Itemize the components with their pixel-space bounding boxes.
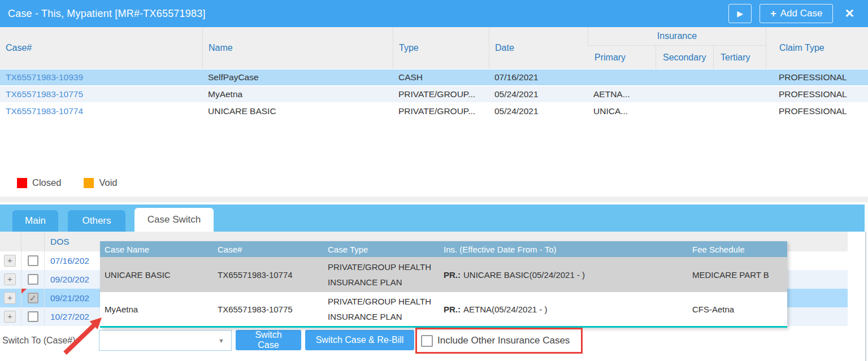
expand-row-button[interactable]: + — [4, 292, 16, 304]
switch-to-label: Switch To (Case#): — [2, 336, 78, 346]
row-checkbox[interactable] — [28, 274, 38, 285]
popup-row[interactable]: MyAetna TX65571983-10775 PRIVATE/GROUP H… — [100, 292, 787, 326]
tab-case-switch[interactable]: Case Switch — [134, 208, 214, 232]
table-row[interactable]: TX65571983-10774 UNICARE BASIC PRIVATE/G… — [0, 103, 868, 119]
case-table-header: Case# Name Type Date Insurance Primary S… — [0, 27, 868, 69]
case-number-link[interactable]: TX65571983-10774 — [0, 106, 202, 116]
case-type-cell: CASH — [393, 72, 489, 82]
table-row[interactable]: TX65571983-10775 MyAetna PRIVATE/GROUP..… — [0, 86, 868, 102]
case-window: Case - This, Mypatient [MR#-TX65571983] … — [0, 0, 868, 361]
primary-prefix: PR.: — [444, 270, 461, 280]
popup-case-type: PRIVATE/GROUP HEALTH INSURANCE PLAN — [323, 257, 439, 292]
case-name-cell: SelfPayCase — [202, 72, 393, 82]
col-header-claim-type[interactable]: Claim Type — [766, 27, 868, 69]
popup-case-name: MyAetna — [100, 292, 213, 326]
popup-case-no: TX65571983-10774 — [213, 257, 323, 292]
case-table-body: TX65571983-10939 SelfPayCase CASH 07/16/… — [0, 69, 868, 120]
row-checkbox-checked[interactable]: ✓ — [28, 293, 38, 303]
case-name-cell: MyAetna — [202, 89, 393, 99]
popup-case-no: TX65571983-10775 — [213, 292, 323, 326]
include-other-insurance-label: Include Other Insurance Cases — [437, 335, 570, 346]
play-button[interactable]: ▶ — [728, 4, 752, 23]
switch-case-rebill-button[interactable]: Switch Case & Re-Bill — [305, 330, 414, 350]
tab-bar: Main Others Case Switch — [0, 205, 865, 232]
window-title: Case - This, Mypatient [MR#-TX65571983] — [8, 8, 206, 20]
annotation-highlight-box: Include Other Insurance Cases — [415, 328, 583, 354]
case-type-cell: PRIVATE/GROUP... — [393, 89, 489, 99]
col-header-tertiary[interactable]: Tertiary — [713, 46, 766, 69]
primary-ins-cell: AETNA... — [588, 89, 656, 99]
popup-col-fee: Fee Schedule — [688, 241, 787, 257]
title-bar: Case - This, Mypatient [MR#-TX65571983] … — [0, 0, 868, 27]
col-header-name[interactable]: Name — [202, 27, 393, 69]
closed-legend-label: Closed — [32, 177, 61, 188]
void-legend-label: Void — [99, 177, 117, 188]
expand-row-button[interactable]: + — [4, 273, 16, 285]
col-header-insurance: Insurance — [588, 27, 766, 46]
add-case-label: Add Case — [780, 8, 823, 19]
popup-fee-schedule: MEDICARE PART B — [688, 257, 787, 292]
plus-icon: + — [770, 8, 776, 20]
case-name-cell: UNICARE BASIC — [202, 106, 393, 116]
col-header-secondary[interactable]: Secondary — [656, 46, 713, 69]
case-date-cell: 05/24/2021 — [489, 89, 588, 99]
edited-corner-flag — [21, 289, 27, 294]
popup-case-name: UNICARE BASIC — [100, 257, 213, 292]
popup-header: Case Name Case# Case Type Ins. (Effectiv… — [100, 241, 787, 257]
panel-right-border — [865, 232, 866, 361]
include-other-insurance-checkbox[interactable] — [421, 335, 433, 347]
switch-case-button[interactable]: Switch Case — [236, 330, 301, 350]
case-number-link[interactable]: TX65571983-10939 — [0, 72, 202, 82]
case-switch-popup: Case Name Case# Case Type Ins. (Effectiv… — [100, 241, 787, 328]
tab-main[interactable]: Main — [12, 210, 58, 232]
popup-ins: PR.: AETNA(05/24/2021 - ) — [439, 292, 688, 326]
panel-splitter[interactable] — [0, 197, 868, 202]
table-row[interactable]: TX65571983-10939 SelfPayCase CASH 07/16/… — [0, 69, 868, 85]
claim-type-cell: PROFESSIONAL — [766, 106, 868, 116]
play-icon: ▶ — [737, 9, 743, 18]
popup-ins: PR.: UNICARE BASIC(05/24/2021 - ) — [439, 257, 688, 292]
popup-case-type: PRIVATE/GROUP HEALTH INSURANCE PLAN — [323, 292, 439, 326]
primary-prefix: PR.: — [444, 305, 461, 314]
case-number-dropdown[interactable]: ▼ — [99, 330, 232, 351]
popup-col-case-name: Case Name — [100, 241, 213, 257]
popup-fee-schedule: CFS-Aetna — [688, 292, 787, 326]
checkbox-column-header — [21, 232, 44, 251]
expand-row-button[interactable]: + — [4, 311, 16, 323]
row-checkbox[interactable] — [28, 255, 38, 266]
void-color-swatch — [84, 178, 94, 188]
row-checkbox[interactable] — [28, 311, 38, 322]
case-date-cell: 05/24/2021 — [489, 106, 588, 116]
tab-others[interactable]: Others — [68, 210, 125, 232]
popup-col-ins: Ins. (Effective Date From - To) — [439, 241, 688, 257]
col-header-date[interactable]: Date — [489, 27, 588, 69]
claim-type-cell: PROFESSIONAL — [766, 72, 868, 82]
expand-row-button[interactable]: + — [4, 255, 16, 267]
col-header-type[interactable]: Type — [393, 27, 489, 69]
col-header-primary[interactable]: Primary — [588, 46, 656, 69]
close-icon[interactable]: ✕ — [844, 7, 854, 20]
add-case-button[interactable]: + Add Case — [760, 4, 833, 23]
case-date-cell: 07/16/2021 — [489, 72, 588, 82]
primary-ins-cell: UNICA... — [588, 106, 656, 116]
popup-col-case-no: Case# — [213, 241, 323, 257]
popup-col-case-type: Case Type — [323, 241, 439, 257]
status-legend: Closed Void — [17, 177, 118, 188]
popup-row-highlighted[interactable]: UNICARE BASIC TX65571983-10774 PRIVATE/G… — [100, 257, 787, 292]
chevron-down-icon: ▼ — [218, 337, 224, 344]
claim-type-cell: PROFESSIONAL — [766, 89, 868, 99]
case-type-cell: PRIVATE/GROUP... — [393, 106, 489, 116]
col-header-case[interactable]: Case# — [0, 27, 202, 69]
closed-color-swatch — [17, 178, 27, 188]
case-number-link[interactable]: TX65571983-10775 — [0, 89, 202, 99]
